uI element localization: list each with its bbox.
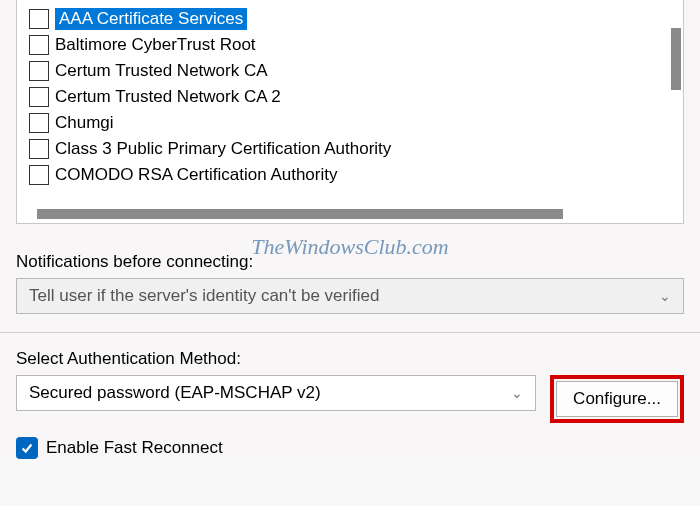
certificate-label: COMODO RSA Certification Authority — [55, 165, 337, 185]
fast-reconnect-label: Enable Fast Reconnect — [46, 438, 223, 458]
notifications-label: Notifications before connecting: — [16, 252, 684, 272]
certificate-label: Baltimore CyberTrust Root — [55, 35, 256, 55]
certificate-row[interactable]: Certum Trusted Network CA — [23, 58, 683, 84]
certificate-checkbox[interactable] — [29, 61, 49, 81]
certificate-checkbox[interactable] — [29, 165, 49, 185]
certificate-label: Chumgi — [55, 113, 114, 133]
horizontal-scrollbar[interactable] — [37, 209, 663, 219]
notifications-selected-value: Tell user if the server's identity can't… — [29, 286, 379, 306]
configure-button[interactable]: Configure... — [556, 381, 678, 417]
chevron-down-icon: ⌄ — [659, 288, 671, 304]
auth-method-dropdown[interactable]: Secured password (EAP-MSCHAP v2) ⌄ — [16, 375, 536, 411]
certificate-checkbox[interactable] — [29, 35, 49, 55]
certificate-checkbox[interactable] — [29, 139, 49, 159]
vertical-scrollbar-thumb[interactable] — [671, 28, 681, 90]
certificate-checkbox[interactable] — [29, 87, 49, 107]
auth-method-label: Select Authentication Method: — [16, 349, 684, 369]
certificate-label: Certum Trusted Network CA — [55, 61, 268, 81]
certificate-checkbox[interactable] — [29, 9, 49, 29]
certificate-list[interactable]: AAA Certificate ServicesBaltimore CyberT… — [23, 6, 683, 200]
notifications-dropdown[interactable]: Tell user if the server's identity can't… — [16, 278, 684, 314]
certificate-list-box: AAA Certificate ServicesBaltimore CyberT… — [16, 0, 684, 224]
certificate-checkbox[interactable] — [29, 113, 49, 133]
horizontal-scrollbar-thumb[interactable] — [37, 209, 563, 219]
certificate-label: Class 3 Public Primary Certification Aut… — [55, 139, 391, 159]
vertical-scrollbar[interactable] — [671, 6, 681, 196]
certificate-row[interactable]: Baltimore CyberTrust Root — [23, 32, 683, 58]
certificate-label: Certum Trusted Network CA 2 — [55, 87, 281, 107]
fast-reconnect-checkbox[interactable] — [16, 437, 38, 459]
certificate-row[interactable]: AAA Certificate Services — [23, 6, 683, 32]
configure-button-label: Configure... — [573, 389, 661, 409]
chevron-down-icon: ⌄ — [511, 385, 523, 401]
configure-highlight: Configure... — [550, 375, 684, 423]
auth-method-selected-value: Secured password (EAP-MSCHAP v2) — [29, 383, 321, 403]
divider — [0, 332, 700, 333]
certificate-row[interactable]: COMODO RSA Certification Authority — [23, 162, 683, 188]
certificate-row[interactable]: Chumgi — [23, 110, 683, 136]
certificate-row[interactable]: Certum Trusted Network CA 2 — [23, 84, 683, 110]
certificate-label: AAA Certificate Services — [55, 8, 247, 30]
certificate-row[interactable]: Class 3 Public Primary Certification Aut… — [23, 136, 683, 162]
check-icon — [20, 441, 34, 455]
